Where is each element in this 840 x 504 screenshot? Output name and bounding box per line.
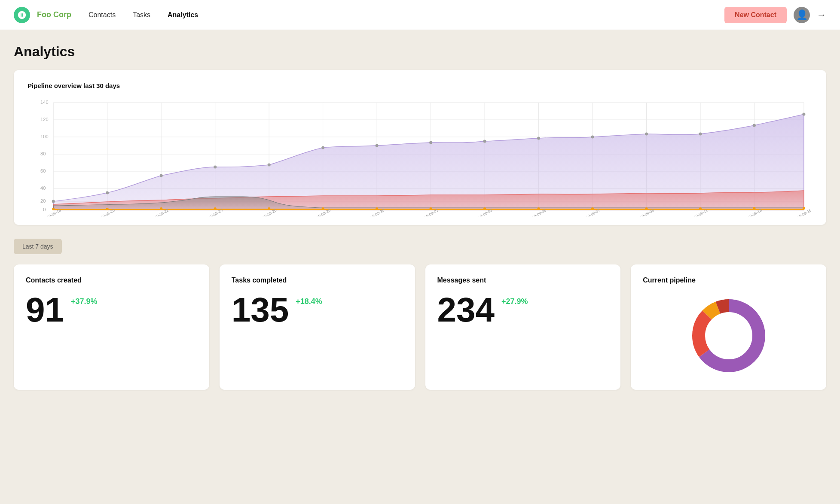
messages-sent-change: +27.9% [501, 297, 528, 306]
svg-text:0: 0 [43, 207, 46, 212]
nav-analytics[interactable]: Analytics [168, 9, 198, 21]
messages-sent-label: Messages sent [437, 276, 609, 284]
svg-text:60: 60 [40, 168, 46, 173]
svg-point-31 [52, 200, 55, 203]
svg-point-32 [106, 191, 109, 194]
svg-point-52 [376, 207, 378, 210]
svg-point-55 [538, 207, 540, 210]
app-logo [14, 7, 30, 23]
chart-container: 140 120 100 80 60 40 20 0 [27, 96, 813, 216]
svg-point-80 [706, 313, 751, 358]
svg-text:100: 100 [40, 134, 48, 139]
tasks-completed-label: Tasks completed [232, 276, 403, 284]
svg-point-35 [268, 164, 271, 167]
svg-text:120: 120 [40, 117, 48, 122]
brand-name[interactable]: Foo Corp [37, 10, 71, 19]
svg-point-34 [214, 166, 217, 169]
svg-point-40 [537, 137, 540, 140]
svg-point-57 [645, 207, 648, 210]
messages-sent-value-row: 234 +27.9% [437, 293, 609, 327]
contacts-created-value: 91 [26, 293, 64, 327]
svg-point-51 [322, 207, 324, 210]
messages-sent-value: 234 [437, 293, 495, 327]
svg-point-45 [802, 113, 805, 116]
main-content: Analytics Pipeline overview last 30 days [0, 30, 840, 407]
header-actions: New Contact 👤 → [724, 7, 826, 23]
contacts-created-label: Contacts created [26, 276, 197, 284]
logo-icon [17, 10, 27, 20]
svg-point-38 [429, 141, 432, 144]
contacts-created-value-row: 91 +37.9% [26, 293, 197, 327]
svg-point-43 [699, 133, 702, 136]
svg-text:40: 40 [40, 185, 46, 191]
svg-point-44 [753, 124, 756, 127]
current-pipeline-label: Current pipeline [643, 276, 814, 284]
avatar[interactable]: 👤 [794, 7, 810, 23]
page-title: Analytics [14, 44, 826, 60]
svg-point-50 [268, 207, 270, 210]
stat-cards: Contacts created 91 +37.9% Tasks complet… [14, 264, 826, 390]
svg-point-37 [376, 144, 379, 147]
tasks-completed-value-row: 135 +18.4% [232, 293, 403, 327]
tasks-completed-change: +18.4% [296, 297, 322, 306]
svg-text:140: 140 [40, 100, 48, 105]
tasks-completed-value: 135 [232, 293, 289, 327]
filter-button[interactable]: Last 7 days [14, 239, 62, 254]
new-contact-button[interactable]: New Contact [724, 7, 787, 23]
svg-point-48 [160, 207, 162, 210]
chart-title: Pipeline overview last 30 days [27, 82, 813, 89]
svg-text:20: 20 [40, 198, 46, 203]
svg-point-58 [699, 207, 702, 210]
pipeline-chart-card: Pipeline overview last 30 days [14, 70, 826, 225]
donut-container [643, 293, 814, 374]
contacts-created-card: Contacts created 91 +37.9% [14, 264, 209, 390]
svg-point-33 [160, 174, 163, 177]
svg-point-54 [483, 207, 486, 210]
svg-point-59 [753, 207, 755, 209]
svg-point-36 [321, 146, 324, 149]
svg-point-53 [430, 207, 432, 210]
svg-point-42 [645, 133, 648, 136]
nav-tasks[interactable]: Tasks [133, 9, 150, 21]
svg-point-39 [483, 140, 486, 143]
svg-point-60 [803, 207, 805, 209]
main-nav: Contacts Tasks Analytics [89, 9, 724, 21]
nav-contacts[interactable]: Contacts [89, 9, 116, 21]
tasks-completed-card: Tasks completed 135 +18.4% [220, 264, 415, 390]
svg-point-47 [106, 208, 109, 210]
messages-sent-card: Messages sent 234 +27.9% [425, 264, 621, 390]
chart-svg: 140 120 100 80 60 40 20 0 [27, 96, 813, 216]
svg-point-46 [52, 208, 55, 210]
svg-point-49 [214, 207, 217, 210]
contacts-created-change: +37.9% [71, 297, 98, 306]
svg-point-56 [591, 207, 594, 210]
svg-point-41 [591, 136, 594, 139]
svg-text:80: 80 [40, 151, 46, 156]
current-pipeline-card: Current pipeline [631, 264, 826, 390]
donut-chart [690, 297, 767, 374]
logout-icon[interactable]: → [817, 9, 826, 21]
header: Foo Corp Contacts Tasks Analytics New Co… [0, 0, 840, 30]
